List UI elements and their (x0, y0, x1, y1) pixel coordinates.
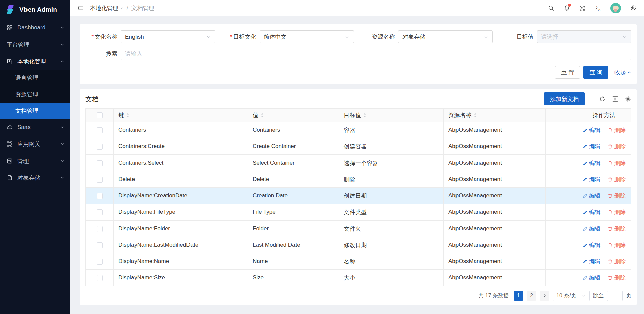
page-1-button[interactable]: 1 (514, 291, 523, 301)
sort-icon[interactable] (474, 113, 477, 118)
cell-value: Containers (248, 122, 339, 138)
row-checkbox[interactable] (97, 127, 103, 133)
fullscreen-icon[interactable] (579, 5, 585, 11)
delete-link[interactable]: 删除 (608, 241, 626, 249)
edit-link[interactable]: 编辑 (583, 258, 601, 265)
jump-page-input[interactable] (607, 291, 623, 301)
sidebar-item-label: 资源管理 (15, 90, 38, 98)
row-checkbox[interactable] (97, 275, 103, 281)
sidebar-item-localization[interactable]: 本地化管理 (0, 53, 70, 70)
delete-link[interactable]: 删除 (608, 143, 626, 150)
target-value-select[interactable]: 请选择 (537, 30, 632, 43)
table-row[interactable]: DisplayName:FileType File Type 文件类型 AbpO… (86, 204, 631, 221)
collapse-filter-link[interactable]: 收起 (614, 69, 631, 76)
sidebar-item-object-storage[interactable]: 对象存储 (0, 169, 70, 186)
delete-link[interactable]: 删除 (608, 225, 626, 233)
row-checkbox[interactable] (97, 242, 103, 248)
edit-link[interactable]: 编辑 (583, 208, 601, 216)
sidebar-item-language-management[interactable]: 语言管理 (0, 70, 70, 86)
delete-link[interactable]: 删除 (608, 274, 626, 282)
table-row[interactable]: DisplayName:Size Size 大小 AbpOssManagemen… (86, 270, 631, 286)
row-checkbox[interactable] (97, 259, 103, 265)
next-page-button[interactable] (540, 291, 549, 301)
delete-link[interactable]: 删除 (608, 126, 626, 134)
table-row[interactable]: Delete Delete 删除 AbpOssManagement 编辑删除 (86, 171, 631, 188)
page-size-select[interactable]: 10 条/页 (553, 291, 590, 301)
edit-link[interactable]: 编辑 (583, 225, 601, 233)
table-row[interactable]: Containers:Select Select Container 选择一个容… (86, 155, 631, 171)
cell-target: 文件类型 (339, 204, 444, 221)
sidebar-item-dashboard[interactable]: Dashboard (0, 19, 70, 36)
column-header-key[interactable]: 键 (118, 111, 124, 119)
translate-icon[interactable]: 文 A (594, 5, 601, 11)
table-row[interactable]: Containers:Create Create Container 创建容器 … (86, 138, 631, 155)
add-document-button[interactable]: 添加新文档 (544, 92, 585, 105)
sidebar: Vben Admin Dashboard 平台管理 (0, 0, 70, 314)
row-checkbox[interactable] (97, 226, 103, 232)
delete-link[interactable]: 删除 (608, 159, 626, 167)
app-title: Vben Admin (19, 6, 57, 13)
edit-link[interactable]: 编辑 (583, 241, 601, 249)
refresh-icon[interactable] (599, 96, 606, 102)
table-row[interactable]: DisplayName:Folder Folder 文件夹 AbpOssMana… (86, 221, 631, 237)
column-height-icon[interactable] (612, 96, 619, 102)
storage-icon (7, 174, 13, 181)
cell-target: 删除 (339, 171, 444, 188)
sort-icon[interactable] (261, 113, 264, 118)
collapse-sidebar-icon[interactable] (77, 5, 84, 11)
chevron-down-icon (60, 125, 64, 129)
sidebar-item-management[interactable]: 管理 (0, 152, 70, 169)
edit-link[interactable]: 编辑 (583, 159, 601, 167)
row-checkbox[interactable] (97, 160, 103, 166)
avatar[interactable] (610, 3, 621, 13)
culture-select[interactable]: English (121, 30, 215, 43)
table-row[interactable]: Containers Containers 容器 AbpOssManagemen… (86, 122, 631, 138)
sidebar-item-document-management[interactable]: 文档管理 (0, 103, 70, 119)
column-header-resource[interactable]: 资源名称 (448, 111, 471, 119)
row-checkbox[interactable] (97, 177, 103, 183)
edit-link[interactable]: 编辑 (583, 274, 601, 282)
column-header-value[interactable]: 值 (253, 111, 258, 119)
sidebar-item-resource-management[interactable]: 资源管理 (0, 86, 70, 103)
search-input[interactable] (121, 48, 631, 60)
delete-link[interactable]: 删除 (608, 258, 626, 265)
chevron-down-icon (206, 35, 211, 39)
edit-link[interactable]: 编辑 (583, 143, 601, 150)
sidebar-item-saas[interactable]: Saas (0, 119, 70, 136)
breadcrumb-parent[interactable]: 本地化管理 (90, 4, 124, 12)
resource-select[interactable]: 对象存储 (398, 30, 493, 43)
row-checkbox[interactable] (97, 193, 103, 199)
sort-icon[interactable] (363, 113, 366, 118)
edit-link[interactable]: 编辑 (583, 176, 601, 183)
page-2-button[interactable]: 2 (527, 291, 536, 301)
cell-empty (546, 188, 577, 204)
target-culture-select[interactable]: 简体中文 (260, 30, 354, 43)
table-row[interactable]: DisplayName:LastModifiedDate Last Modifi… (86, 237, 631, 253)
column-header-target[interactable]: 目标值 (344, 111, 361, 119)
sort-icon[interactable] (126, 113, 129, 118)
edit-link[interactable]: 编辑 (583, 126, 601, 134)
delete-link[interactable]: 删除 (608, 176, 626, 183)
settings-gear-icon[interactable] (630, 5, 637, 11)
delete-link[interactable]: 删除 (608, 208, 626, 216)
table-row[interactable]: DisplayName:Name Name 名称 AbpOssManagemen… (86, 253, 631, 270)
row-checkbox[interactable] (97, 144, 103, 150)
row-checkbox[interactable] (97, 209, 103, 215)
edit-link[interactable]: 编辑 (583, 192, 601, 200)
logo[interactable]: Vben Admin (0, 0, 70, 19)
search-icon[interactable] (548, 5, 554, 11)
select-all-checkbox[interactable] (97, 112, 103, 118)
reset-button[interactable]: 重 置 (555, 66, 580, 79)
cell-empty (546, 221, 577, 237)
cell-value: Creation Date (248, 188, 339, 204)
table-row-highlighted[interactable]: DisplayName:CreationDate Creation Date 创… (86, 188, 631, 204)
target-culture-field: *目标文化 简体中文 (224, 30, 354, 43)
sidebar-item-platform[interactable]: 平台管理 (0, 36, 70, 53)
table-settings-icon[interactable] (625, 96, 631, 102)
resource-select-value: 对象存储 (402, 33, 425, 41)
dashboard-icon (7, 24, 13, 31)
query-button[interactable]: 查 询 (583, 66, 608, 79)
delete-link[interactable]: 删除 (608, 192, 626, 200)
sidebar-item-gateway[interactable]: 应用网关 (0, 136, 70, 152)
notification-bell-icon[interactable] (564, 5, 570, 11)
